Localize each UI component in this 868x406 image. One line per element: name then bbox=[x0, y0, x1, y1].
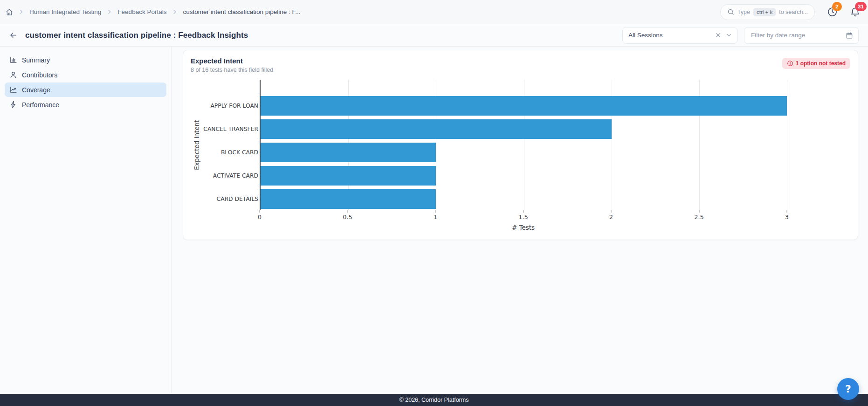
session-filter-select[interactable]: All Sessions bbox=[622, 27, 737, 44]
clear-icon[interactable] bbox=[715, 32, 722, 39]
card-subtitle: 8 of 16 tests have this field filled bbox=[191, 67, 273, 73]
sidebar-item-label: Summary bbox=[22, 56, 50, 64]
chart-tick-mark bbox=[699, 210, 699, 213]
sidebar-item-label: Contributors bbox=[22, 71, 57, 79]
footer-copyright: © 2026, Corridor Platforms bbox=[400, 397, 469, 403]
search-shortcut: ctrl + k bbox=[753, 8, 776, 16]
breadcrumb-item[interactable]: Human Integrated Testing bbox=[29, 8, 101, 15]
chart-category-label: ACTIVATE CARD bbox=[213, 172, 258, 179]
warning-circle-icon bbox=[787, 60, 793, 67]
chart-category-label: BLOCK CARD bbox=[221, 149, 258, 156]
notifications-count-badge: 31 bbox=[855, 2, 867, 11]
chart-tick-mark bbox=[611, 210, 612, 213]
sidebar-item-contributors[interactable]: Contributors bbox=[5, 68, 166, 82]
header-controls: All Sessions bbox=[622, 27, 859, 44]
date-range-filter[interactable] bbox=[744, 27, 859, 44]
card-header: Expected Intent 8 of 16 tests have this … bbox=[191, 57, 850, 73]
chart-tick-mark bbox=[347, 210, 348, 213]
help-button[interactable]: ? bbox=[837, 378, 859, 400]
lightning-icon bbox=[9, 101, 17, 109]
expected-intent-chart: Expected Intent APPLY FOR LOANCANCEL TRA… bbox=[191, 80, 850, 231]
search-icon bbox=[727, 8, 734, 15]
coverage-card: Expected Intent 8 of 16 tests have this … bbox=[183, 50, 858, 240]
chart-x-axis-label: # Tests bbox=[260, 224, 787, 231]
chart-tick-label: 0.5 bbox=[343, 213, 352, 220]
topbar-actions: Type ctrl + k to search... 2 31 bbox=[720, 4, 861, 20]
body: SummaryContributorsCoveragePerformance E… bbox=[0, 47, 868, 394]
chart-bar[interactable] bbox=[261, 96, 787, 116]
calendar-icon bbox=[846, 32, 853, 39]
history-count-badge: 2 bbox=[832, 2, 842, 11]
page-header: customer intent classification pipeline … bbox=[0, 24, 868, 47]
chart-category-label: CARD DETAILS bbox=[217, 196, 258, 202]
sidebar-item-label: Performance bbox=[22, 101, 59, 109]
search-input[interactable]: Type ctrl + k to search... bbox=[720, 4, 815, 20]
breadcrumb: Human Integrated TestingFeedback Portals… bbox=[6, 8, 301, 16]
chart-tick-mark bbox=[523, 210, 524, 213]
chart-bar[interactable] bbox=[261, 143, 436, 162]
chevron-right-icon bbox=[106, 9, 112, 15]
search-hint-suffix: to search... bbox=[779, 9, 808, 15]
arrow-left-icon bbox=[9, 31, 18, 40]
app-root: Human Integrated TestingFeedback Portals… bbox=[0, 0, 868, 406]
chevron-down-icon[interactable] bbox=[725, 32, 732, 39]
session-filter-value: All Sessions bbox=[628, 32, 711, 39]
line-chart-icon bbox=[9, 86, 17, 94]
breadcrumb-item: customer intent classification pipeline … bbox=[183, 8, 300, 15]
card-title: Expected Intent bbox=[191, 57, 273, 65]
warning-badge: 1 option not tested bbox=[782, 58, 850, 69]
back-button[interactable] bbox=[7, 29, 20, 42]
chart-gridline bbox=[787, 80, 787, 210]
main-content: Expected Intent 8 of 16 tests have this … bbox=[172, 47, 868, 394]
home-icon[interactable] bbox=[6, 8, 13, 16]
notifications-button[interactable]: 31 bbox=[850, 7, 861, 17]
chart-tick-label: 0 bbox=[258, 213, 262, 220]
chart-x-axis-ticks: 00.511.522.53 bbox=[260, 210, 787, 222]
person-icon bbox=[9, 71, 17, 79]
chart-bar[interactable] bbox=[261, 189, 436, 209]
topbar: Human Integrated TestingFeedback Portals… bbox=[0, 0, 868, 24]
chart-bar[interactable] bbox=[261, 166, 436, 186]
chart-category-label: CANCEL TRANSFER bbox=[203, 126, 258, 132]
breadcrumb-item[interactable]: Feedback Portals bbox=[117, 8, 166, 15]
chart-category-label: APPLY FOR LOAN bbox=[210, 103, 258, 109]
chart-tick-label: 2 bbox=[609, 213, 613, 220]
chart-tick-mark bbox=[435, 210, 436, 213]
sidebar-item-coverage[interactable]: Coverage bbox=[5, 83, 166, 97]
history-button[interactable]: 2 bbox=[827, 7, 838, 17]
chart-bar[interactable] bbox=[261, 119, 612, 139]
chart-category-labels: APPLY FOR LOANCANCEL TRANSFERBLOCK CARDA… bbox=[203, 80, 260, 210]
date-range-input[interactable] bbox=[750, 31, 842, 39]
question-mark-icon: ? bbox=[845, 383, 851, 395]
chart-y-axis-title: Expected Intent bbox=[191, 80, 203, 231]
chevron-right-icon bbox=[18, 9, 24, 15]
search-hint-prefix: Type bbox=[737, 9, 750, 15]
chart-plot-column: 00.511.522.53 # Tests bbox=[260, 80, 787, 231]
chart-plot-area bbox=[260, 80, 787, 210]
chart-tick-label: 3 bbox=[785, 213, 789, 220]
chevron-right-icon bbox=[172, 9, 178, 15]
chart-tick-label: 1 bbox=[434, 213, 437, 220]
sidebar-item-performance[interactable]: Performance bbox=[5, 97, 166, 112]
chart-tick-mark bbox=[260, 210, 260, 213]
sidebar: SummaryContributorsCoveragePerformance bbox=[0, 47, 172, 394]
chart-tick-mark bbox=[787, 210, 787, 213]
sidebar-item-summary[interactable]: Summary bbox=[5, 53, 166, 67]
chart-tick-label: 2.5 bbox=[694, 213, 704, 220]
bar-chart-icon bbox=[9, 56, 17, 64]
sidebar-item-label: Coverage bbox=[22, 86, 50, 94]
footer: © 2026, Corridor Platforms bbox=[0, 394, 868, 406]
warning-badge-label: 1 option not tested bbox=[796, 60, 846, 67]
chart-tick-label: 1.5 bbox=[518, 213, 528, 220]
page-title: customer intent classification pipeline … bbox=[25, 31, 617, 40]
